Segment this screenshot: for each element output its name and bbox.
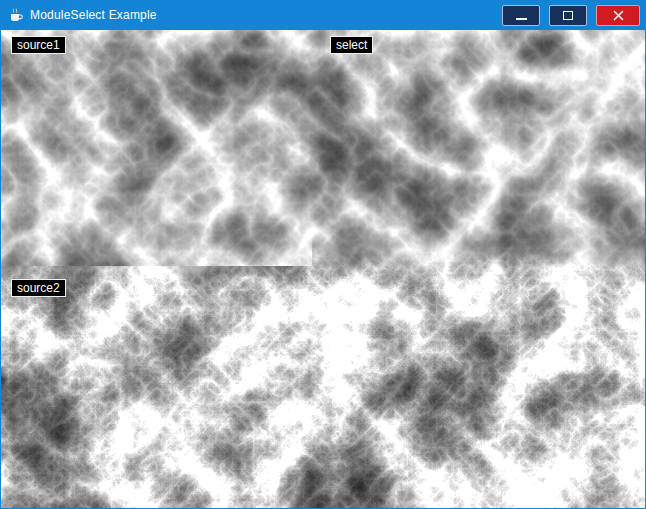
noise-canvas	[1, 30, 645, 508]
minimize-button[interactable]	[502, 5, 540, 26]
app-window: ModuleSelect Example source1 select sour…	[0, 0, 646, 509]
render-area: source1 select source2	[1, 30, 645, 508]
label-select: select	[330, 36, 373, 54]
close-button[interactable]	[596, 5, 640, 26]
window-title: ModuleSelect Example	[30, 8, 502, 22]
java-app-icon	[8, 7, 24, 23]
titlebar[interactable]: ModuleSelect Example	[1, 0, 645, 30]
window-controls	[502, 5, 640, 26]
maximize-icon	[563, 11, 573, 20]
label-source1: source1	[11, 36, 66, 54]
close-icon	[613, 10, 624, 21]
minimize-icon	[516, 18, 527, 20]
maximize-button[interactable]	[549, 5, 587, 26]
label-source2: source2	[11, 279, 66, 297]
